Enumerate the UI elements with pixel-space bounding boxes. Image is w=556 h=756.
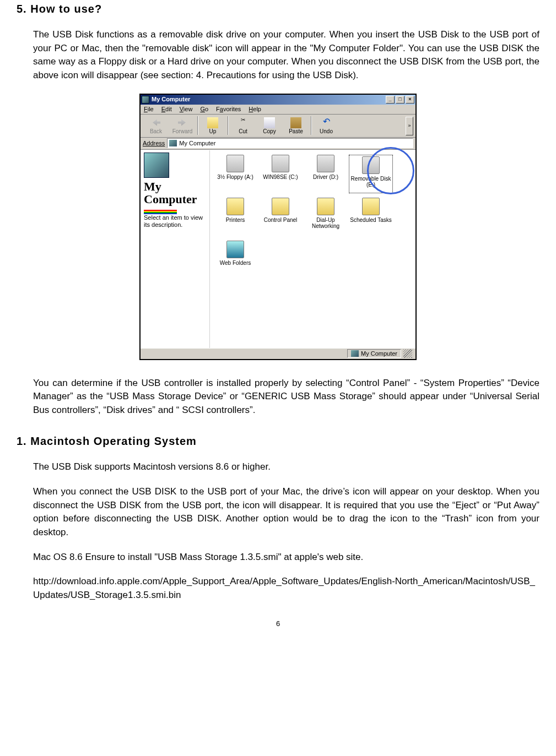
scheduled-tasks-folder-icon bbox=[362, 198, 380, 215]
maximize-button[interactable]: □ bbox=[396, 96, 404, 104]
close-button[interactable]: × bbox=[406, 96, 414, 104]
heading-how-to-use: 5. How to use? bbox=[17, 1, 539, 17]
paste-icon bbox=[290, 117, 301, 128]
menu-favorites[interactable]: Favorites bbox=[216, 106, 241, 112]
hard-drive-icon bbox=[272, 155, 289, 172]
paragraph-mac-connect: When you connect the USB DISK to the USB… bbox=[33, 485, 539, 540]
folder-dial-up[interactable]: Dial-Up Networking bbox=[304, 198, 348, 236]
back-icon bbox=[150, 117, 161, 128]
info-pane-description: Select an item to view its description. bbox=[144, 214, 206, 229]
address-label: Address bbox=[143, 140, 165, 146]
copy-button[interactable]: Copy bbox=[256, 117, 283, 134]
forward-button: Forward bbox=[169, 117, 196, 134]
address-value: My Computer bbox=[179, 140, 215, 146]
removable-drive-icon bbox=[362, 156, 380, 174]
heading-macintosh: 1. Macintosh Operating System bbox=[17, 433, 539, 449]
drive-d[interactable]: Driver (D:) bbox=[304, 155, 348, 193]
menu-view[interactable]: View bbox=[180, 106, 193, 112]
copy-icon bbox=[264, 117, 275, 128]
my-computer-large-icon bbox=[144, 153, 169, 178]
menubar: File Edit View Go Favorites Help bbox=[141, 105, 415, 115]
statusbar: My Computer bbox=[141, 348, 415, 359]
address-bar: Address My Computer bbox=[141, 138, 415, 150]
status-icon bbox=[351, 350, 359, 357]
status-text: My Computer bbox=[361, 351, 397, 357]
paragraph-usb-function: The USB Disk functions as a removable di… bbox=[33, 28, 539, 83]
icon-area[interactable]: 3½ Floppy (A:) WIN98SE (C:) Driver (D:) … bbox=[210, 150, 415, 348]
folder-web[interactable]: Web Folders bbox=[213, 241, 257, 279]
drive-c[interactable]: WIN98SE (C:) bbox=[258, 155, 303, 193]
page-number: 6 bbox=[17, 619, 539, 629]
menu-file[interactable]: File bbox=[144, 106, 154, 112]
toolbar: Back Forward Up ✂Cut Copy Paste ↶Undo » bbox=[141, 115, 415, 138]
floppy-drive-icon bbox=[226, 155, 244, 172]
divider-icon bbox=[144, 210, 177, 211]
paragraph-mac-support: The USB Disk supports Macintosh versions… bbox=[33, 460, 539, 474]
window-title: My Computer bbox=[152, 96, 386, 102]
back-button: Back bbox=[143, 117, 169, 134]
status-cell: My Computer bbox=[347, 349, 401, 358]
dial-up-folder-icon bbox=[317, 198, 334, 215]
cut-button[interactable]: ✂Cut bbox=[230, 117, 256, 134]
titlebar[interactable]: My Computer _ □ × bbox=[141, 95, 415, 105]
resize-grip-icon[interactable] bbox=[403, 349, 412, 358]
minimize-button[interactable]: _ bbox=[386, 96, 395, 104]
control-panel-folder-icon bbox=[272, 198, 289, 215]
hard-drive-icon bbox=[317, 155, 334, 172]
up-button[interactable]: Up bbox=[199, 117, 226, 134]
drive-removable-e[interactable]: Removable Disk (E:) bbox=[349, 155, 393, 193]
paragraph-controller-check: You can determine if the USB controller … bbox=[33, 377, 539, 417]
info-pane: My Computer Select an item to view its d… bbox=[141, 150, 210, 348]
folder-printers[interactable]: Printers bbox=[213, 198, 257, 236]
drive-floppy-a[interactable]: 3½ Floppy (A:) bbox=[213, 155, 257, 193]
folder-scheduled-tasks[interactable]: Scheduled Tasks bbox=[349, 198, 393, 236]
up-icon bbox=[207, 117, 218, 128]
printers-folder-icon bbox=[226, 198, 244, 215]
folder-control-panel[interactable]: Control Panel bbox=[258, 198, 303, 236]
address-icon bbox=[169, 140, 177, 146]
system-menu-icon[interactable] bbox=[142, 96, 149, 104]
web-folders-icon bbox=[226, 241, 244, 258]
menu-go[interactable]: Go bbox=[200, 106, 208, 112]
info-pane-title: My Computer bbox=[144, 180, 206, 205]
undo-button[interactable]: ↶Undo bbox=[313, 117, 339, 134]
menu-edit[interactable]: Edit bbox=[161, 106, 172, 112]
menu-help[interactable]: Help bbox=[249, 106, 261, 112]
paragraph-mac-url: http://download.info.apple.com/Apple_Sup… bbox=[33, 575, 539, 602]
undo-icon: ↶ bbox=[321, 117, 332, 128]
address-field[interactable]: My Computer bbox=[167, 138, 413, 148]
cut-icon: ✂ bbox=[237, 117, 249, 128]
paste-button[interactable]: Paste bbox=[283, 117, 309, 134]
forward-icon bbox=[177, 117, 188, 128]
paragraph-mac-86: Mac OS 8.6 Ensure to install "USB Mass S… bbox=[33, 551, 539, 564]
my-computer-window: My Computer _ □ × File Edit View Go Favo… bbox=[139, 94, 417, 360]
toolbar-overflow-button[interactable]: » bbox=[406, 117, 413, 135]
